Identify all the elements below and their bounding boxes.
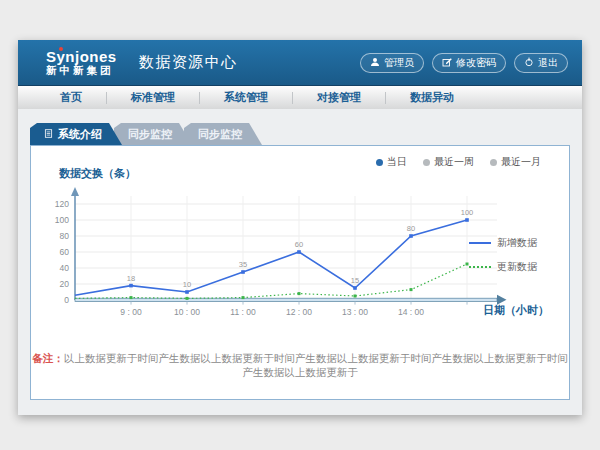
svg-text:14 : 00: 14 : 00: [398, 307, 424, 317]
power-icon: [524, 57, 534, 69]
footnote-text: 以上数据更新于时间产生数据以上数据更新于时间产生数据以上数据更新于时间产生数据以…: [64, 352, 568, 378]
change-password-label: 修改密码: [456, 56, 496, 70]
app-header: Synjones 新中新集团 数据资源中心 管理员 修改密码 退出: [18, 40, 582, 86]
radio-today[interactable]: 当日: [376, 155, 407, 169]
main-nav: 首页 标准管理 系统管理 对接管理 数据异动: [18, 86, 582, 110]
svg-text:35: 35: [239, 260, 247, 269]
svg-text:0: 0: [64, 295, 69, 305]
logo: Synjones 新中新集团: [46, 49, 117, 76]
nav-item-interface-mgmt[interactable]: 对接管理: [293, 90, 385, 105]
svg-text:80: 80: [60, 231, 70, 241]
svg-text:60: 60: [60, 247, 70, 257]
nav-item-home[interactable]: 首页: [36, 90, 106, 105]
nav-item-standard-mgmt[interactable]: 标准管理: [107, 90, 199, 105]
dotted-line-icon: [469, 266, 491, 268]
radio-label: 最近一周: [434, 155, 474, 169]
header-actions: 管理员 修改密码 退出: [360, 53, 568, 73]
radio-dot-icon: [376, 159, 383, 166]
svg-text:60: 60: [295, 240, 303, 249]
radio-dot-icon: [423, 159, 430, 166]
radio-last-month[interactable]: 最近一月: [490, 155, 541, 169]
legend-label: 新增数据: [497, 236, 537, 250]
svg-text:11 : 00: 11 : 00: [230, 307, 256, 317]
pencil-icon: [442, 57, 452, 69]
legend-item-new-data[interactable]: 新增数据: [469, 236, 555, 250]
x-axis-title: 日期（小时）: [483, 303, 549, 318]
svg-text:100: 100: [461, 208, 474, 217]
svg-text:18: 18: [127, 274, 135, 283]
tab-sync-monitor-1[interactable]: 同步监控: [114, 123, 192, 145]
tab-label: 同步监控: [198, 127, 242, 142]
svg-text:9 : 00: 9 : 00: [120, 307, 142, 317]
tab-bar: 系统介绍 同步监控 同步监控: [30, 123, 262, 145]
nav-item-data-change[interactable]: 数据异动: [386, 90, 478, 105]
svg-text:12 : 00: 12 : 00: [286, 307, 312, 317]
legend-label: 更新数据: [497, 260, 537, 274]
person-icon: [370, 57, 380, 69]
svg-text:15: 15: [351, 276, 359, 285]
svg-text:40: 40: [60, 263, 70, 273]
legend-item-update-data[interactable]: 更新数据: [469, 260, 555, 274]
svg-text:80: 80: [407, 224, 415, 233]
footnote: 备注：以上数据更新于时间产生数据以上数据更新于时间产生数据以上数据更新于时间产生…: [31, 352, 569, 380]
document-icon: [44, 128, 53, 140]
svg-text:10 : 00: 10 : 00: [174, 307, 200, 317]
logout-label: 退出: [538, 56, 558, 70]
logout-button[interactable]: 退出: [514, 53, 568, 73]
chart-legend: 新增数据 更新数据: [469, 236, 555, 284]
svg-text:100: 100: [55, 215, 69, 225]
nav-item-system-mgmt[interactable]: 系统管理: [200, 90, 292, 105]
radio-last-week[interactable]: 最近一周: [423, 155, 474, 169]
svg-text:10: 10: [183, 280, 191, 289]
radio-label: 当日: [387, 155, 407, 169]
user-button[interactable]: 管理员: [360, 53, 424, 73]
solid-line-icon: [469, 242, 491, 244]
svg-text:120: 120: [55, 199, 69, 209]
logo-text-cn: 新中新集团: [46, 65, 117, 76]
tab-system-intro[interactable]: 系统介绍: [30, 123, 122, 145]
app-window: Synjones 新中新集团 数据资源中心 管理员 修改密码 退出 首页 标准管…: [18, 40, 582, 415]
page-title: 数据资源中心: [139, 53, 238, 72]
footnote-prefix: 备注：: [32, 352, 64, 364]
time-range-filter: 当日 最近一周 最近一月: [376, 155, 541, 169]
tab-label: 系统介绍: [58, 127, 102, 142]
svg-text:20: 20: [60, 279, 70, 289]
tab-sync-monitor-2[interactable]: 同步监控: [184, 123, 262, 145]
user-button-label: 管理员: [384, 56, 414, 70]
logo-text-en: Synjones: [46, 49, 117, 65]
svg-text:13 : 00: 13 : 00: [342, 307, 368, 317]
radio-dot-icon: [490, 159, 497, 166]
radio-label: 最近一月: [501, 155, 541, 169]
chart-panel: 当日 最近一周 最近一月 数据交换（条） 0204060801001209 : …: [30, 145, 570, 400]
tab-label: 同步监控: [128, 127, 172, 142]
change-password-button[interactable]: 修改密码: [432, 53, 506, 73]
content-area: 系统介绍 同步监控 同步监控 当日 最近一周: [18, 109, 582, 415]
y-axis-title: 数据交换（条）: [59, 166, 136, 181]
